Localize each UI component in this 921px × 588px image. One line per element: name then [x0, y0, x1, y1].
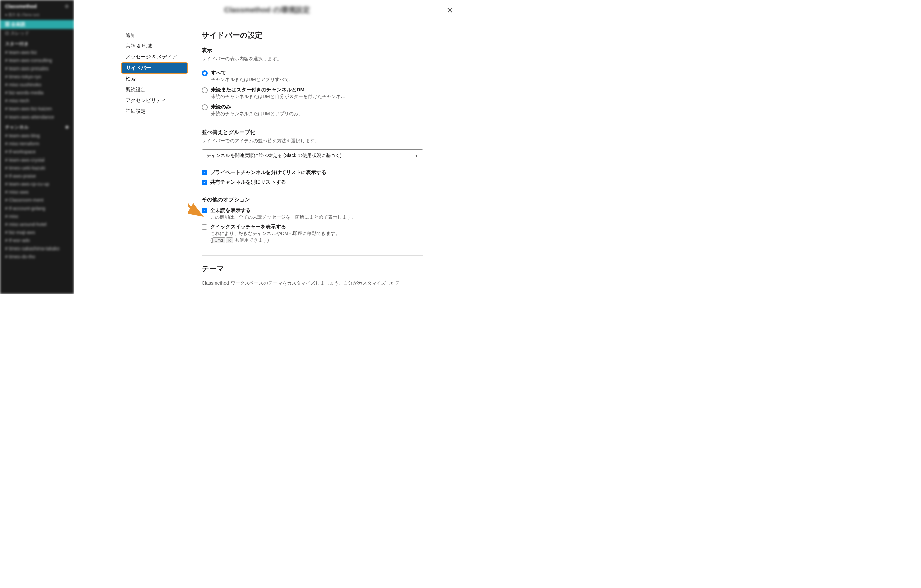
nav-item[interactable]: 詳細設定 — [121, 106, 188, 117]
display-section-desc: サイドバーの表示内容を選択します。 — [202, 56, 423, 62]
nav-item[interactable]: 言語 & 地域 — [121, 41, 188, 51]
settings-nav: 通知言語 & 地域メッセージ & メディアサイドバー検索既読設定アクセシビリティ… — [74, 20, 188, 294]
checkbox-option[interactable]: クイックスイッチャーを表示する これにより、好きなチャンネルやDMへ即座に移動で… — [202, 222, 423, 245]
nav-item[interactable]: メッセージ & メディア — [121, 52, 188, 62]
display-radio-group: すべて チャンネルまたはDMとアプリすべて。 未読またはスター付きのチャンネルと… — [202, 68, 423, 119]
sidebar-item[interactable]: # team-aws-biz-kaizen — [0, 105, 74, 113]
sort-select[interactable]: チャンネルを関連度順に並べ替える (Slack の使用状況に基づく) ▼ — [202, 149, 423, 162]
checkbox[interactable] — [202, 224, 207, 230]
radio-button[interactable] — [202, 70, 208, 76]
checkbox-desc: この機能は、全ての未読メッセージを一箇所にまとめて表示します。 — [210, 214, 423, 220]
radio-desc: 未読のチャンネルまたはDMと自分がスターを付けたチャンネル — [211, 94, 423, 100]
theme-section-desc: Classmethod ワークスペースのテーマをカスタマイズしましょう。自分がカ… — [202, 280, 423, 286]
sidebar-item[interactable]: # team-aws-cp-cu-up — [0, 180, 74, 188]
theme-section-title: テーマ — [202, 264, 423, 274]
radio-label: すべて — [211, 70, 423, 76]
radio-desc: 未読のチャンネルまたはDMとアプリのみ。 — [211, 111, 423, 117]
sort-section-desc: サイドバーでのアイテムの並べ替え方法を選択します。 — [202, 138, 423, 144]
sidebar-item[interactable]: # times-ueki-kazuki — [0, 164, 74, 172]
sidebar-item[interactable]: # team-aws-consulting — [0, 57, 74, 65]
kbd-key: Cmd — [212, 237, 225, 244]
user-status: ● 貴方 名 (Tarou ryo) — [0, 12, 74, 20]
checkbox-label: 共有チャンネルを別にリストする — [210, 179, 423, 185]
sidebar-item[interactable]: # misc-aws — [0, 188, 74, 196]
sidebar-item[interactable]: # tf-account-golang — [0, 204, 74, 212]
sidebar-channels-header[interactable]: チャンネル ⊕ — [0, 121, 74, 132]
chevron-down-icon: ▼ — [415, 154, 418, 158]
annotation-arrow-icon — [188, 200, 204, 221]
sidebar-item[interactable]: # misc-tech — [0, 97, 74, 105]
other-section-title: その他のオプション — [202, 197, 423, 203]
sidebar-item[interactable]: # times-tokyo-ryo — [0, 73, 74, 81]
modal-title: Classmethod の環境設定 — [224, 5, 310, 15]
checkbox[interactable]: ✓ — [202, 170, 207, 175]
checkbox-option[interactable]: ✓ 共有チャンネルを別にリストする — [202, 177, 423, 187]
shortcut-hint: (Cmdk も使用できます) — [210, 237, 423, 244]
sidebar-item[interactable]: # misc — [0, 212, 74, 220]
sidebar-item[interactable]: # Classroom-ment — [0, 196, 74, 204]
sidebar-starred-header[interactable]: スター付き — [0, 37, 74, 48]
sidebar-item[interactable]: # team-aws-crystal — [0, 156, 74, 164]
slack-sidebar: Classmethod ⚙ ● 貴方 名 (Tarou ryo) ☰ 全未読 ⊡… — [0, 0, 74, 294]
checkbox-label: プライベートチャンネルを分けてリストに表示する — [210, 169, 423, 175]
sidebar-item[interactable]: # times-do-tho — [0, 253, 74, 261]
checkbox-option[interactable]: ✓ 全未読を表示する この機能は、全ての未読メッセージを一箇所にまとめて表示しま… — [202, 206, 423, 222]
sidebar-item[interactable]: # biz-maji-aws — [0, 228, 74, 236]
sidebar-item[interactable]: # team-aws-presales — [0, 65, 74, 73]
radio-option[interactable]: 未読またはスター付きのチャンネルとDM 未読のチャンネルまたはDMと自分がスター… — [202, 84, 423, 102]
nav-item[interactable]: 検索 — [121, 74, 188, 84]
sidebar-threads[interactable]: ⊡ スレッド — [0, 29, 74, 37]
nav-item[interactable]: サイドバー — [121, 62, 188, 73]
checkbox-option[interactable]: ✓ プライベートチャンネルを分けてリストに表示する — [202, 167, 423, 177]
radio-button[interactable] — [202, 87, 208, 93]
radio-label: 未読またはスター付きのチャンネルとDM — [211, 87, 423, 93]
sidebar-item[interactable]: # tf-wsr-ado — [0, 236, 74, 244]
close-icon[interactable]: ✕ — [446, 6, 454, 15]
page-title: サイドバーの設定 — [202, 30, 423, 40]
sidebar-item[interactable]: # team-aws-biz — [0, 48, 74, 57]
preferences-modal: Classmethod の環境設定 ✕ 通知言語 & 地域メッセージ & メディ… — [74, 0, 460, 294]
checkbox-label: クイックスイッチャーを表示する — [210, 224, 423, 230]
sidebar-item[interactable]: # times-sakashima-takako — [0, 244, 74, 253]
radio-label: 未読のみ — [211, 104, 423, 110]
radio-option[interactable]: すべて チャンネルまたはDMとアプリすべて。 — [202, 68, 423, 84]
checkbox-label: 全未読を表示する — [210, 207, 423, 214]
checkbox-desc: これにより、好きなチャンネルやDMへ即座に移動できます。 — [210, 231, 423, 237]
nav-item[interactable]: 既読設定 — [121, 84, 188, 95]
sidebar-item[interactable]: # biz-words-media — [0, 89, 74, 97]
display-section-title: 表示 — [202, 47, 423, 54]
sidebar-item[interactable]: # misc-around-hotel — [0, 220, 74, 228]
sidebar-item[interactable]: # misc-sushinoko — [0, 81, 74, 89]
sidebar-item[interactable]: # tf-aws-praise — [0, 172, 74, 180]
modal-header: Classmethod の環境設定 ✕ — [74, 0, 460, 20]
radio-button[interactable] — [202, 104, 208, 110]
radio-desc: チャンネルまたはDMとアプリすべて。 — [211, 76, 423, 83]
radio-option[interactable]: 未読のみ 未読のチャンネルまたはDMとアプリのみ。 — [202, 102, 423, 119]
workspace-name: Classmethod — [5, 3, 37, 9]
gear-icon[interactable]: ⚙ — [65, 4, 69, 9]
sidebar-item[interactable]: # tf-workspace — [0, 148, 74, 156]
checkbox[interactable]: ✓ — [202, 180, 207, 185]
sidebar-item[interactable]: # team-aws-attendance — [0, 113, 74, 121]
add-channel-icon[interactable]: ⊕ — [65, 124, 69, 130]
nav-item[interactable]: 通知 — [121, 30, 188, 41]
kbd-key: k — [226, 237, 233, 244]
settings-content: サイドバーの設定 表示 サイドバーの表示内容を選択します。 すべて チャンネルま… — [188, 20, 444, 294]
sidebar-item[interactable]: # misc-terraform — [0, 140, 74, 148]
sidebar-item[interactable]: # team-aws-blog — [0, 132, 74, 140]
nav-item[interactable]: アクセシビリティ — [121, 95, 188, 106]
sort-section-title: 並べ替えとグループ化 — [202, 129, 423, 136]
sort-select-value: チャンネルを関連度順に並べ替える (Slack の使用状況に基づく) — [207, 153, 342, 159]
sidebar-all-unread[interactable]: ☰ 全未読 — [0, 20, 74, 29]
